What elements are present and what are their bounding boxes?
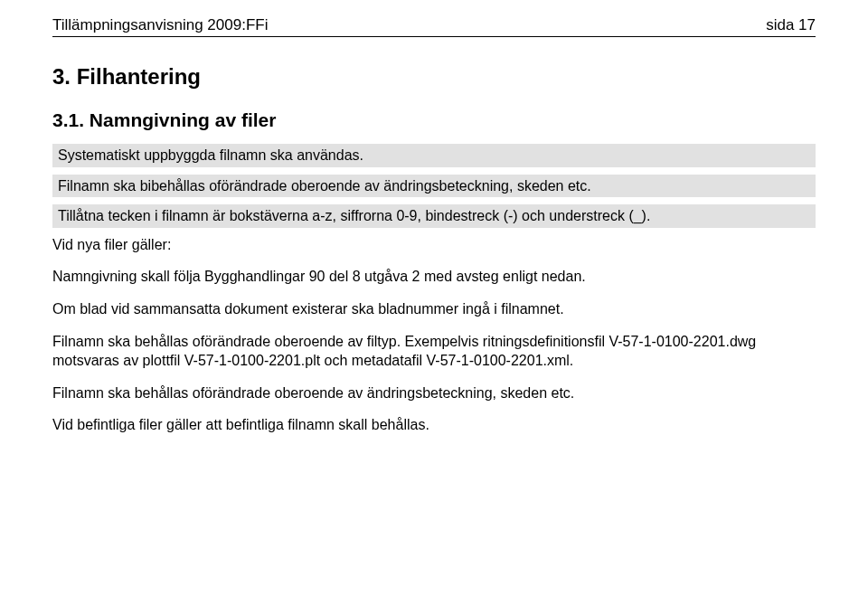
doc-title: Tillämpningsanvisning 2009:FFi <box>52 16 268 34</box>
section-heading: 3. Filhantering <box>52 64 816 90</box>
document-page: Tillämpningsanvisning 2009:FFi sida 17 3… <box>0 0 868 435</box>
page-number: sida 17 <box>766 16 816 34</box>
body-paragraph: Om blad vid sammansatta dokument exister… <box>52 299 816 319</box>
note-box: Systematiskt uppbyggda filnamn ska använ… <box>52 144 816 228</box>
note-paragraph: Tillåtna tecken i filnamn är bokstäverna… <box>52 204 816 228</box>
body-paragraph: Filnamn ska behållas oförändrade oberoen… <box>52 383 816 403</box>
body-block: Vid nya filer gäller: Namngivning skall … <box>52 235 816 435</box>
page-header: Tillämpningsanvisning 2009:FFi sida 17 <box>52 16 816 34</box>
body-paragraph: Filnamn ska behållas oförändrade oberoen… <box>52 332 816 371</box>
note-paragraph: Filnamn ska bibehållas oförändrade obero… <box>52 175 816 198</box>
header-rule <box>52 36 816 37</box>
note-paragraph: Systematiskt uppbyggda filnamn ska använ… <box>52 144 816 167</box>
body-paragraph: Vid nya filer gäller: <box>52 235 816 255</box>
body-paragraph: Vid befintliga filer gäller att befintli… <box>52 415 816 435</box>
body-paragraph: Namngivning skall följa Bygghandlingar 9… <box>52 267 816 287</box>
subsection-heading: 3.1. Namngivning av filer <box>52 109 816 131</box>
